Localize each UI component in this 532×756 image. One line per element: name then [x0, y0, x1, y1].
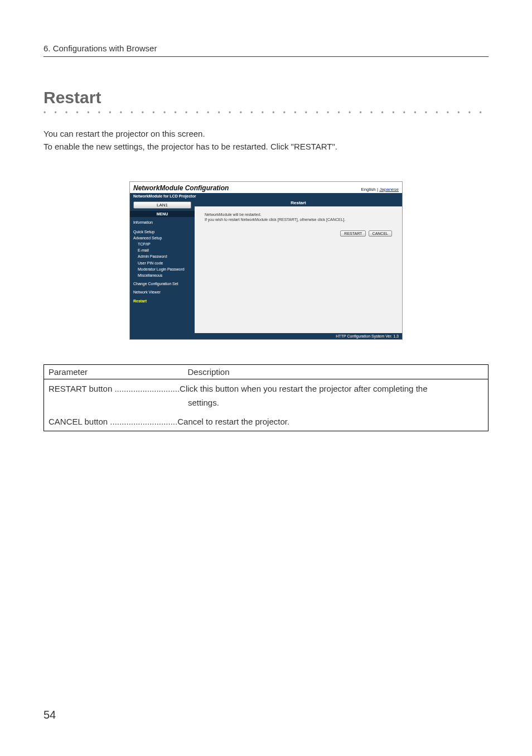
ss-lan-button[interactable]: LAN1 [133, 201, 191, 209]
row-cancel: CANCEL button ..........................… [44, 412, 489, 431]
leader-dots: ............................. [108, 417, 177, 426]
sidebar-item-email[interactable]: E-mail [133, 247, 191, 253]
row-restart: RESTART button .........................… [44, 379, 489, 412]
leader-dots: ............................ [112, 384, 180, 393]
table-header-row: Parameter Description [44, 364, 489, 379]
sidebar-item-moderator-login[interactable]: Moderator Login Password [133, 266, 191, 272]
body-line-2: To enable the new settings, the projecto… [43, 140, 489, 153]
rule [43, 56, 489, 57]
table-row: RESTART button .........................… [44, 379, 489, 412]
param-desc-line1: Click this button when you restart the p… [180, 384, 427, 393]
param-table: Parameter Description RESTART button ...… [43, 364, 489, 432]
sidebar-item-information[interactable]: Information [133, 219, 191, 225]
restart-button[interactable]: RESTART [340, 230, 366, 237]
param-desc-line2: settings. [49, 396, 483, 410]
param-name: CANCEL button [49, 417, 108, 426]
ss-msg-line-1: NetworkModule will be restarted. [205, 212, 392, 218]
body-line-1: You can restart the projector on this sc… [43, 127, 489, 140]
page: 6. Configurations with Browser Restart •… [0, 0, 532, 756]
sidebar-item-network-viewer[interactable]: Network Viewer [133, 289, 191, 295]
sidebar-item-advanced-setup[interactable]: Advanced Setup [133, 235, 191, 241]
ss-msg: NetworkModule will be restarted. If you … [195, 212, 402, 223]
ss-menu: Information Quick Setup Advanced Setup T… [130, 217, 195, 306]
ss-subheader: NetworkModule for LCD Projector [130, 193, 402, 199]
ss-footer: HTTP Configuration System Ver. 1.3 [130, 333, 402, 339]
cancel-button[interactable]: CANCEL [369, 230, 392, 237]
sidebar-item-restart[interactable]: Restart [133, 298, 191, 304]
sidebar-item-quick-setup[interactable]: Quick Setup [133, 229, 191, 235]
ss-window-title: NetworkModule Configuration [133, 184, 229, 192]
ss-lang: English | Japanese [361, 187, 399, 192]
param-desc-line1: Cancel to restart the projector. [177, 417, 289, 426]
sidebar-item-admin-password[interactable]: Admin Password [133, 253, 191, 259]
section-title: Restart [43, 88, 489, 107]
ss-body: LAN1 MENU Information Quick Setup Advanc… [130, 199, 402, 333]
sidebar-item-misc[interactable]: Miscellaneous [133, 272, 191, 278]
ss-header: NetworkModule Configuration English | Ja… [130, 182, 402, 193]
th-parameter: Parameter [44, 364, 183, 379]
ss-menu-header: MENU [130, 211, 195, 217]
sidebar-item-user-pin[interactable]: User PIN code [133, 260, 191, 266]
table-row: CANCEL button ..........................… [44, 412, 489, 431]
ss-msg-line-2: If you wish to restart NetworkModule cli… [205, 217, 392, 223]
sidebar-item-tcpip[interactable]: TCP/IP [133, 241, 191, 247]
param-name: RESTART button [49, 384, 112, 393]
ss-lang-link[interactable]: Japanese [379, 187, 399, 192]
sidebar-item-change-config[interactable]: Change Configuration Set [133, 281, 191, 287]
embedded-screenshot: NetworkModule Configuration English | Ja… [129, 181, 403, 340]
chapter-heading: 6. Configurations with Browser [43, 44, 489, 53]
body-text: You can restart the projector on this sc… [43, 127, 489, 153]
th-description: Description [183, 364, 489, 379]
ss-buttons: RESTART CANCEL [195, 223, 402, 237]
ss-sidebar: LAN1 MENU Information Quick Setup Advanc… [130, 199, 195, 333]
page-number: 54 [43, 709, 56, 721]
ss-main: Restart NetworkModule will be restarted.… [195, 199, 402, 333]
ss-lang-prefix: English | [361, 187, 379, 192]
dot-separator: • • • • • • • • • • • • • • • • • • • • … [43, 110, 489, 115]
ss-main-title: Restart [195, 199, 402, 206]
